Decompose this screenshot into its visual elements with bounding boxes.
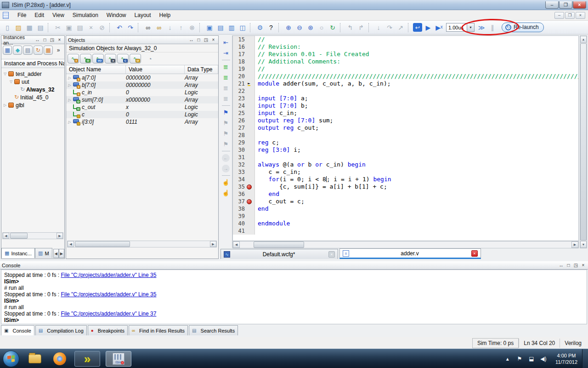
cascade-windows-icon[interactable]: ▣ [204,23,215,33]
object-row-c[interactable]: c0Logic [66,111,218,118]
scroll-thumb[interactable] [254,242,304,248]
breakpoint-icon[interactable] [247,184,252,190]
run-all-icon[interactable]: ▶ [423,23,433,33]
scroll-down-arrow[interactable]: ▼ [580,241,587,248]
console-file-link[interactable]: File "C:/projects/adder/adder.v" Line 37 [61,310,156,317]
object-row-a70[interactable]: ▷Ia[7:0]00000000Array [66,74,218,81]
restart-icon[interactable]: ↩ [413,23,422,32]
redo-icon[interactable]: ↷ [125,23,136,33]
open-file-icon[interactable]: ▨ [13,23,23,33]
column-header-object-name[interactable]: Object Name [66,65,126,74]
restore-button[interactable]: ❐ [559,1,572,9]
mdi-minimize-button[interactable]: – [554,12,564,19]
show-desktop-button[interactable] [582,349,588,368]
filter-constants-button[interactable]: ∿C [117,54,129,63]
menu-view[interactable]: View [48,11,68,20]
objects-hscrollbar[interactable]: ◀ ▶ [67,241,217,247]
row-expander-icon[interactable]: ▷ [66,98,73,102]
view-source-files-button[interactable]: ▤ [23,46,32,55]
tile-horizontal-icon[interactable]: ▤ [215,23,226,33]
filter-inputs-button[interactable]: ∿I [68,54,79,63]
view-chips-button[interactable]: ▦ [44,46,53,55]
restore-panel-icon[interactable]: ◳ [573,263,579,268]
console-output[interactable]: Stopped at time : 0 fs : File "C:/projec… [1,270,587,324]
bottom-tab-log[interactable]: ▤Compilation Log [35,325,87,335]
view-instances-button[interactable]: ▦ [3,46,12,55]
maximize-panel-icon[interactable]: □ [42,37,48,42]
tab-scroll-left-button[interactable]: ◀ [53,249,59,258]
bottom-tab-binoculars[interactable]: ∞Find in Files Results [129,325,188,335]
console-file-link[interactable]: File "C:/projects/adder/adder.v" Line 35 [61,291,156,298]
step-sim-icon[interactable]: ≫ [476,23,486,33]
tree-item-glbl[interactable]: ▷glbl [1,101,64,109]
taskbar-item-isim[interactable]: ISim [106,351,131,367]
tree-expander-icon[interactable]: ▷ [2,103,8,107]
overlap-windows-icon[interactable]: ◫ [237,23,248,33]
column-header-data-type[interactable]: Data Type [185,65,218,74]
uncomment-lines-icon[interactable]: ≣ [221,73,231,82]
network-icon[interactable]: ⬓ [527,356,536,362]
taskbar-item-explorer[interactable] [26,351,44,367]
mdi-close-button[interactable]: × [576,12,585,19]
scroll-thumb[interactable] [580,43,587,241]
action-center-flag-icon[interactable]: ⚑ [515,356,524,362]
minimize-button[interactable]: – [545,1,559,9]
row-expander-icon[interactable]: ▷ [66,76,73,80]
row-expander-icon[interactable]: ▷ [66,83,73,87]
object-row-b70[interactable]: ▷Ib[7:0]00000000Array [66,81,218,89]
toggle-bookmark-icon[interactable]: ⚑ [221,108,231,117]
menu-help[interactable]: Help [155,11,175,20]
menu-file[interactable]: File [13,11,30,20]
taskbar-clock[interactable]: 4:00 PM 11/7/2012 [555,352,577,365]
bottom-tab-console[interactable]: ▣Console [1,325,34,335]
row-expander-icon[interactable]: ▷ [66,120,73,124]
scroll-thumb[interactable] [75,241,130,247]
gutter-margin[interactable]: ► [245,81,253,86]
find-in-files-icon[interactable]: ∞ [154,23,164,33]
maximize-panel-icon[interactable]: □ [196,37,202,42]
settings-wrench-icon[interactable]: ⚙ [255,23,265,33]
object-row-i30[interactable]: ▷i[3:0]0111Array [66,118,218,126]
scroll-left-arrow[interactable]: ◀ [3,233,9,239]
taskbar-item-xilinx-ise[interactable]: » [74,351,100,367]
tab-scroll-right-button[interactable]: ▶ [59,249,64,258]
editor-hscrollbar[interactable]: ◀ ▶ [232,241,579,248]
tree-expander-icon[interactable]: ▽ [8,80,14,84]
tree-item-always_32[interactable]: ↻Always_32 [1,86,64,93]
zoom-full-view-icon[interactable]: ⊛ [305,23,316,33]
scroll-left-arrow[interactable]: ◀ [233,242,240,248]
tree-item-initial_45_0[interactable]: ↻Initial_45_0 [1,93,64,101]
print-icon[interactable]: ▤ [35,23,45,33]
filter-outputs-button[interactable]: ∿O [80,54,91,63]
object-row-c_in[interactable]: Ic_in0Logic [66,89,218,96]
sim-time-combo[interactable]: 1.00us▼ [446,23,475,32]
scroll-left-arrow[interactable]: ◀ [68,241,74,247]
menu-window[interactable]: Window [102,11,130,20]
zoom-box-icon[interactable]: ○ [317,23,327,33]
wave-window-clock-button[interactable]: ◔ [145,54,155,63]
menu-layout[interactable]: Layout [130,11,155,20]
more-tools-button[interactable]: » [54,46,63,55]
clear-bookmarks-icon[interactable]: ⚑ [221,139,231,149]
filter-inouts-button[interactable]: ∿I/O [92,54,104,63]
close-panel-icon[interactable]: × [57,37,62,42]
bottom-tab-search-results[interactable]: ▤Search Results [189,325,238,335]
volume-icon[interactable]: ◀) [539,356,548,362]
tab-close-button[interactable]: × [471,250,478,257]
bottom-tab-breakpoint[interactable]: ●Breakpoints [88,325,128,335]
close-panel-icon[interactable]: × [580,263,586,268]
start-button[interactable] [3,351,19,367]
tree-item-uut[interactable]: ▽uut [1,78,64,86]
mdi-restore-button[interactable]: ❐ [565,12,575,19]
object-row-sum70[interactable]: ▷Osum[7:0]x0000000Array [66,96,218,104]
combo-dropdown-arrow[interactable]: ▼ [467,23,475,32]
view-memories-button[interactable]: ◆ [13,46,22,55]
whats-this-help-icon[interactable]: ? [266,23,276,33]
instances-hscrollbar[interactable]: ◀ ▶ [2,232,63,239]
refresh-icon[interactable]: ↻ [328,23,338,33]
code-editor[interactable]: 15//16// Revision:17// Revision 0.01 - F… [232,35,579,241]
find-icon[interactable]: ∞ [143,23,153,33]
jump-previous-icon[interactable]: ⇤ [221,38,231,47]
pan-hand-icon[interactable]: ☝ [221,178,231,187]
float-panel-icon[interactable]: ↔ [188,37,194,42]
